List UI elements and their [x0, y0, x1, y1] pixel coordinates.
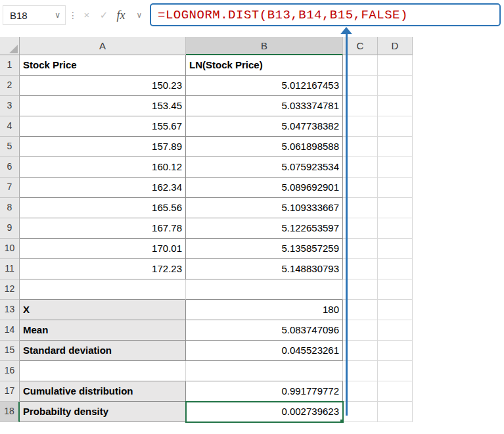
row-header-3[interactable]: 3	[0, 96, 20, 116]
row-header-16[interactable]: 16	[0, 361, 20, 381]
cell-C13[interactable]	[343, 300, 378, 320]
cell-B18[interactable]: 0.002739623	[186, 402, 343, 422]
cell-D12[interactable]	[378, 279, 413, 300]
cell-B7[interactable]: 5.089692901	[186, 178, 343, 198]
cell-A11[interactable]: 172.23	[20, 259, 186, 279]
cell-C4[interactable]	[343, 116, 378, 137]
row-header-6[interactable]: 6	[0, 157, 20, 178]
cell-D18[interactable]	[378, 402, 413, 422]
cell-C8[interactable]	[343, 198, 378, 218]
cell-D9[interactable]	[378, 218, 413, 239]
cancel-icon[interactable]: ×	[79, 5, 95, 25]
cell-B8[interactable]: 5.109333667	[186, 198, 343, 218]
row-header-17[interactable]: 17	[0, 381, 20, 402]
row-header-13[interactable]: 13	[0, 300, 20, 320]
fill-handle[interactable]	[340, 419, 343, 422]
cell-D16[interactable]	[378, 361, 413, 381]
cell-B5[interactable]: 5.061898588	[186, 137, 343, 157]
row-header-18[interactable]: 18	[0, 402, 20, 422]
cell-B3[interactable]: 5.033374781	[186, 96, 343, 116]
cell-D14[interactable]	[378, 320, 413, 341]
cell-A16[interactable]	[20, 361, 186, 381]
cell-A12[interactable]	[20, 279, 186, 300]
row-header-7[interactable]: 7	[0, 178, 20, 198]
row-header-9[interactable]: 9	[0, 218, 20, 239]
cell-A2[interactable]: 150.23	[20, 76, 186, 96]
cell-D15[interactable]	[378, 341, 413, 361]
cell-B9[interactable]: 5.122653597	[186, 218, 343, 239]
cell-C1[interactable]	[343, 55, 378, 76]
cell-D17[interactable]	[378, 381, 413, 402]
cell-C2[interactable]	[343, 76, 378, 96]
row-header-10[interactable]: 10	[0, 239, 20, 259]
cell-C5[interactable]	[343, 137, 378, 157]
cell-D8[interactable]	[378, 198, 413, 218]
cell-D2[interactable]	[378, 76, 413, 96]
formula-input[interactable]: =LOGNORM.DIST(B13,B14,B15,FALSE)	[150, 3, 501, 26]
cell-B14[interactable]: 5.083747096	[186, 320, 343, 341]
cell-A4[interactable]: 155.67	[20, 116, 186, 137]
cell-B13[interactable]: 180	[186, 300, 343, 320]
cell-A8[interactable]: 165.56	[20, 198, 186, 218]
cell-A6[interactable]: 160.12	[20, 157, 186, 178]
cell-D10[interactable]	[378, 239, 413, 259]
cell-D4[interactable]	[378, 116, 413, 137]
col-header-D[interactable]: D	[378, 37, 413, 55]
cell-C16[interactable]	[343, 361, 378, 381]
formula-bar-expand-icon[interactable]: ∨	[131, 5, 147, 25]
cell-C10[interactable]	[343, 239, 378, 259]
cell-A3[interactable]: 153.45	[20, 96, 186, 116]
cell-A18[interactable]: Probabilty density	[20, 402, 186, 422]
cell-C14[interactable]	[343, 320, 378, 341]
cell-C15[interactable]	[343, 341, 378, 361]
cell-A1[interactable]: Stock Price	[20, 55, 186, 76]
col-header-C[interactable]: C	[343, 37, 378, 55]
col-header-A[interactable]: A	[20, 37, 186, 55]
cell-A9[interactable]: 167.78	[20, 218, 186, 239]
cell-A17[interactable]: Cumulative distribution	[20, 381, 186, 402]
cell-B15[interactable]: 0.045523261	[186, 341, 343, 361]
row-header-12[interactable]: 12	[0, 279, 20, 300]
cell-C9[interactable]	[343, 218, 378, 239]
cell-A15[interactable]: Standard deviation	[20, 341, 186, 361]
row-header-1[interactable]: 1	[0, 55, 20, 76]
cell-C7[interactable]	[343, 178, 378, 198]
cell-B2[interactable]: 5.012167453	[186, 76, 343, 96]
row-header-14[interactable]: 14	[0, 320, 20, 341]
cell-B12[interactable]	[186, 279, 343, 300]
cell-C11[interactable]	[343, 259, 378, 279]
cell-D11[interactable]	[378, 259, 413, 279]
cell-D1[interactable]	[378, 55, 413, 76]
row-header-11[interactable]: 11	[0, 259, 20, 279]
cell-A7[interactable]: 162.34	[20, 178, 186, 198]
insert-function-icon[interactable]: fx	[113, 5, 129, 25]
row-header-2[interactable]: 2	[0, 76, 20, 96]
enter-icon[interactable]: ✓	[96, 5, 112, 25]
cell-B17[interactable]: 0.991779772	[186, 381, 343, 402]
cell-C12[interactable]	[343, 279, 378, 300]
row-header-8[interactable]: 8	[0, 198, 20, 218]
row-header-15[interactable]: 15	[0, 341, 20, 361]
cell-B6[interactable]: 5.075923534	[186, 157, 343, 178]
cell-A13[interactable]: X	[20, 300, 186, 320]
cell-B16[interactable]	[186, 361, 343, 381]
cell-B4[interactable]: 5.047738382	[186, 116, 343, 137]
cell-B11[interactable]: 5.148830793	[186, 259, 343, 279]
cell-D3[interactable]	[378, 96, 413, 116]
cell-D7[interactable]	[378, 178, 413, 198]
cell-D5[interactable]	[378, 137, 413, 157]
cell-C3[interactable]	[343, 96, 378, 116]
cell-B10[interactable]: 5.135857259	[186, 239, 343, 259]
row-header-5[interactable]: 5	[0, 137, 20, 157]
name-box[interactable]: B18 ∨	[3, 5, 66, 25]
select-all-corner[interactable]	[0, 37, 20, 55]
cell-A5[interactable]: 157.89	[20, 137, 186, 157]
col-header-B[interactable]: B	[186, 37, 343, 55]
cell-A14[interactable]: Mean	[20, 320, 186, 341]
cell-C6[interactable]	[343, 157, 378, 178]
row-header-4[interactable]: 4	[0, 116, 20, 137]
cell-D13[interactable]	[378, 300, 413, 320]
cell-B1[interactable]: LN(Stock Price)	[186, 55, 343, 76]
cell-D6[interactable]	[378, 157, 413, 178]
cell-C17[interactable]	[343, 381, 378, 402]
